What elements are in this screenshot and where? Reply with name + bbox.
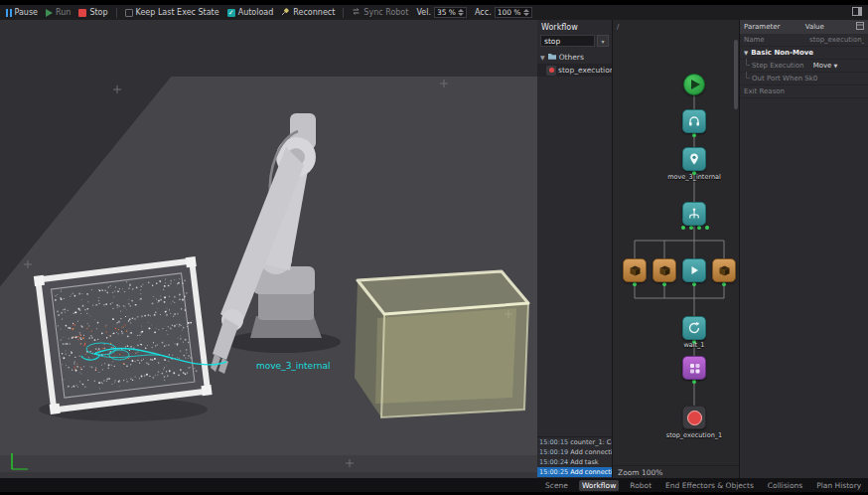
log-entry[interactable]: 15:00:15counter_1: Count 0: [537, 437, 612, 447]
param-row-exit-reason[interactable]: Exit Reason: [740, 85, 868, 98]
tab-scene[interactable]: Scene: [542, 480, 571, 491]
plug-icon: [281, 7, 290, 18]
dropdown-caret-icon: ▼: [833, 63, 837, 69]
sync-robot-label: Sync Robot: [363, 8, 408, 17]
tab-robot[interactable]: Robot: [627, 480, 654, 491]
log-text: Add connection: [570, 448, 612, 456]
parts-bin[interactable]: [34, 256, 213, 414]
stop-step-icon: [546, 66, 556, 76]
workflow-graph-canvas[interactable]: /: [613, 20, 740, 478]
workflow-search-input[interactable]: [540, 35, 595, 47]
3d-scene: move_3_internal: [0, 20, 537, 478]
param-label: Step Execution: [752, 62, 813, 70]
start-node[interactable]: [683, 74, 705, 95]
param-label: Exit Reason: [744, 87, 809, 95]
tab-plan-history[interactable]: Plan History: [813, 480, 864, 491]
search-options-button[interactable]: ▾: [597, 35, 609, 47]
play-icon: [688, 264, 700, 276]
step-execution-dropdown[interactable]: Move▼: [813, 62, 864, 70]
param-row-step-execution[interactable]: Step Execution Move▼: [740, 60, 868, 73]
velocity-value: 35 %: [437, 8, 456, 17]
headphones-node[interactable]: [682, 109, 706, 133]
param-value: 0: [813, 75, 864, 82]
log-time: 15:00:24: [539, 458, 568, 466]
app-window: Pause Run Stop Keep Last Exec State ✓ Au…: [0, 0, 868, 495]
counter-node[interactable]: [682, 356, 706, 380]
move-node[interactable]: [682, 147, 706, 171]
run-icon: [46, 9, 53, 17]
panel-menu-icon[interactable]: [856, 22, 864, 32]
keep-last-exec-state-checkbox[interactable]: Keep Last Exec State: [125, 8, 219, 17]
tab-workflow[interactable]: Workflow: [579, 480, 619, 491]
pause-button[interactable]: Pause: [6, 8, 38, 17]
tree-group-label: Others: [559, 53, 584, 62]
location-pin-icon: [687, 152, 701, 166]
caret-down-icon: ▼: [540, 54, 545, 61]
right-panel: Workflow ▾ ▼ Others stop_exec: [537, 20, 868, 478]
param-row-name[interactable]: Name stop_execution_1: [740, 34, 868, 47]
panel-layout-icon[interactable]: [852, 7, 862, 18]
toolbar-separator: [343, 8, 344, 18]
stop-label: Stop: [89, 8, 107, 17]
box-icon: [718, 264, 731, 277]
log-entry[interactable]: 15:00:24Add task: [537, 457, 612, 467]
box-node-1[interactable]: [623, 258, 647, 282]
move-node-label: move_3_internal: [654, 173, 734, 181]
param-section-basic-non-move[interactable]: ▼ Basic Non-Move: [740, 47, 868, 60]
main-area: move_3_internal Workflow ▾ ▼: [0, 20, 868, 478]
stop-node-label: stop_execution_1: [654, 431, 734, 439]
spinner-arrows-icon[interactable]: [523, 9, 529, 16]
log-time: 15:00:15: [539, 438, 568, 446]
log-text: Add task: [570, 458, 598, 466]
tree-group-others[interactable]: ▼ Others: [537, 50, 612, 64]
box-node-2[interactable]: [652, 258, 676, 282]
param-row-out-port[interactable]: Out Port When Skip 0: [740, 73, 868, 85]
parameter-column-label: Parameter: [744, 23, 805, 31]
workflow-panel-title: Workflow: [537, 20, 612, 34]
log-entry[interactable]: 15:00:19Add connection: [537, 447, 612, 457]
checkbox-checked-icon: ✓: [227, 9, 235, 17]
tree-item-label: stop_execution: [558, 66, 612, 75]
target-box[interactable]: [355, 271, 528, 417]
toolbar-separator: [116, 8, 117, 18]
retry-loop-icon: [687, 321, 701, 335]
dropdown-value: Move: [813, 62, 832, 70]
autoload-checkbox[interactable]: ✓ Autoload: [227, 8, 274, 17]
log-entry-selected[interactable]: 15:00:25Add connection: [537, 467, 612, 477]
branch-icon: [687, 207, 701, 221]
bottom-tab-bar: Scene Workflow Robot End Effectors & Obj…: [0, 478, 868, 492]
velocity-spinbox[interactable]: 35 %: [434, 7, 467, 18]
stop-button[interactable]: Stop: [78, 8, 107, 17]
tab-collisions[interactable]: Collisions: [765, 480, 805, 491]
wait-node-label: wait_1: [654, 341, 734, 349]
stop-execution-node[interactable]: [682, 406, 706, 429]
reconnect-button[interactable]: Reconnect: [281, 7, 335, 18]
param-label: Name: [744, 36, 809, 44]
acceleration-value: 100 %: [498, 8, 521, 17]
parameter-panel: Parameter Value Name stop_execution_1 ▼ …: [740, 20, 868, 478]
tree-item-stop-execution[interactable]: stop_execution: [537, 64, 612, 77]
trajectory-label: move_3_internal: [256, 361, 330, 371]
caret-down-icon: ▼: [744, 50, 748, 56]
log-text: counter_1: Count 0: [570, 438, 612, 446]
tab-end-effectors[interactable]: End Effectors & Objects: [662, 480, 757, 491]
run-button[interactable]: Run: [46, 8, 71, 17]
velocity-control: Vel. 35 %: [416, 7, 467, 18]
folder-icon: [547, 52, 557, 63]
stop-icon: [78, 9, 86, 17]
zoom-indicator: Zoom 100%: [613, 465, 739, 478]
reconnect-label: Reconnect: [293, 8, 335, 17]
sync-robot-button[interactable]: Sync Robot: [352, 7, 408, 18]
graph-scrollbar[interactable]: [734, 40, 738, 109]
spinner-arrows-icon[interactable]: [458, 9, 464, 16]
box-node-3[interactable]: [712, 258, 736, 282]
keep-last-label: Keep Last Exec State: [136, 8, 219, 17]
pause-label: Pause: [15, 8, 39, 17]
branch-node[interactable]: [682, 202, 706, 226]
sync-icon: [352, 7, 361, 18]
3d-viewport[interactable]: move_3_internal: [0, 20, 537, 478]
wait-node[interactable]: [682, 316, 706, 340]
play-task-node[interactable]: [682, 258, 706, 282]
acceleration-spinbox[interactable]: 100 %: [495, 7, 532, 18]
grid-icon: [688, 362, 701, 375]
